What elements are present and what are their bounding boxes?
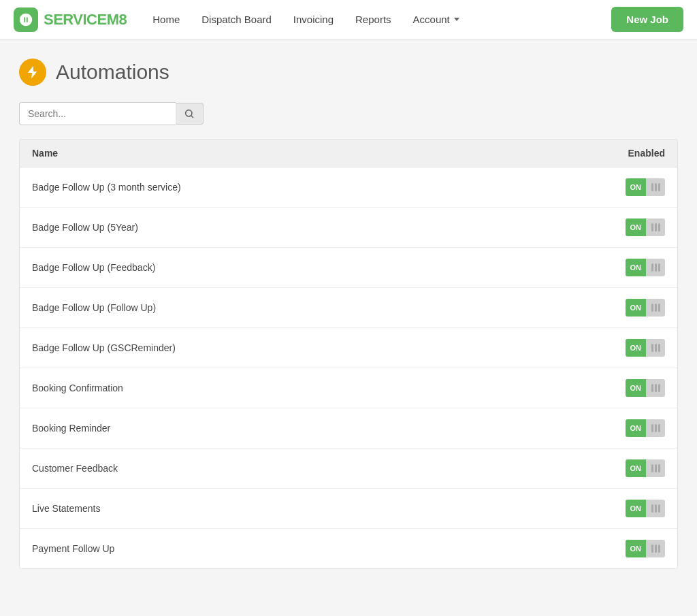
toggle-wrapper-5[interactable]: ON: [626, 379, 666, 397]
toggle-grip-2-2: [655, 263, 657, 272]
nav-reports[interactable]: Reports: [346, 8, 401, 31]
logo-text: SERVICEM8: [44, 11, 127, 29]
table-rows-container: Badge Follow Up (3 month service) ON Bad…: [20, 167, 677, 568]
toggle-grip-2-9: [655, 545, 657, 553]
toggle-wrapper-9[interactable]: ON: [626, 540, 666, 557]
table-row[interactable]: Booking Confirmation ON: [20, 368, 677, 408]
toggle-handle-8[interactable]: [646, 500, 665, 517]
svg-point-0: [186, 110, 192, 116]
toggle-grip-2-0: [655, 183, 657, 191]
toggle-handle-0[interactable]: [646, 178, 665, 196]
toggle-wrapper-2[interactable]: ON: [626, 259, 666, 276]
col-name-header: Name: [32, 148, 597, 159]
toggle-on-label-6: ON: [626, 419, 647, 437]
col-enabled-header: Enabled: [597, 148, 665, 159]
row-name-6: Booking Reminder: [32, 423, 597, 434]
row-toggle-0[interactable]: ON: [597, 178, 665, 196]
toggle-handle-5[interactable]: [646, 379, 665, 397]
chevron-down-icon: [454, 18, 459, 21]
toggle-grip-2-3: [655, 304, 657, 312]
table-row[interactable]: Customer Feedback ON: [20, 449, 677, 489]
table-row[interactable]: Payment Follow Up ON: [20, 529, 677, 568]
toggle-grip-2-1: [655, 223, 657, 231]
page-title: Automations: [56, 61, 169, 84]
table-row[interactable]: Booking Reminder ON: [20, 408, 677, 449]
toggle-wrapper-8[interactable]: ON: [626, 500, 666, 517]
toggle-grip-1-1: [651, 223, 653, 231]
toggle-on-label-8: ON: [626, 500, 647, 517]
toggle-wrapper-7[interactable]: ON: [626, 459, 666, 477]
toggle-on-label-7: ON: [626, 459, 647, 477]
toggle-handle-7[interactable]: [646, 459, 665, 477]
row-toggle-8[interactable]: ON: [597, 500, 665, 517]
automations-table: Name Enabled Badge Follow Up (3 month se…: [19, 139, 678, 569]
row-toggle-9[interactable]: ON: [597, 540, 665, 557]
toggle-handle-6[interactable]: [646, 419, 665, 437]
nav-dispatch-board[interactable]: Dispatch Board: [192, 8, 281, 31]
row-toggle-1[interactable]: ON: [597, 218, 665, 236]
row-toggle-5[interactable]: ON: [597, 379, 665, 397]
row-name-5: Booking Confirmation: [32, 383, 597, 393]
toggle-wrapper-1[interactable]: ON: [626, 218, 666, 236]
row-toggle-6[interactable]: ON: [597, 419, 665, 437]
toggle-on-label-4: ON: [626, 339, 647, 357]
toggle-grip-1-5: [651, 384, 653, 392]
toggle-grip-1-2: [651, 263, 653, 272]
search-button[interactable]: [176, 103, 204, 125]
toggle-grip-3-1: [658, 223, 660, 231]
table-row[interactable]: Badge Follow Up (5Year) ON: [20, 208, 677, 248]
row-name-8: Live Statements: [32, 503, 597, 514]
toggle-grip-3-9: [658, 545, 660, 553]
toggle-grip-3-6: [658, 424, 660, 432]
logo-svg: [18, 12, 33, 27]
nav-account[interactable]: Account: [404, 8, 469, 31]
row-name-3: Badge Follow Up (Follow Up): [32, 302, 597, 313]
row-toggle-3[interactable]: ON: [597, 299, 665, 317]
toggle-handle-3[interactable]: [646, 299, 665, 317]
table-row[interactable]: Badge Follow Up (Feedback) ON: [20, 248, 677, 288]
table-row[interactable]: Badge Follow Up (Follow Up) ON: [20, 288, 677, 328]
row-name-0: Badge Follow Up (3 month service): [32, 182, 597, 193]
page-content: Automations Name Enabled Badge Follow Up…: [0, 39, 697, 588]
new-job-button[interactable]: New Job: [611, 7, 683, 32]
row-name-2: Badge Follow Up (Feedback): [32, 262, 597, 273]
toggle-grip-2-5: [655, 384, 657, 392]
toggle-grip-1-3: [651, 304, 653, 312]
toggle-on-label-3: ON: [626, 299, 647, 317]
toggle-grip-1-7: [651, 464, 653, 472]
toggle-grip-1-8: [651, 504, 653, 513]
toggle-grip-1-4: [651, 344, 653, 352]
row-name-1: Badge Follow Up (5Year): [32, 222, 597, 233]
toggle-wrapper-4[interactable]: ON: [626, 339, 666, 357]
search-row: [19, 102, 678, 125]
toggle-wrapper-0[interactable]: ON: [626, 178, 666, 196]
row-name-9: Payment Follow Up: [32, 543, 597, 554]
toggle-wrapper-6[interactable]: ON: [626, 419, 666, 437]
table-header: Name Enabled: [20, 140, 677, 167]
nav-invoicing[interactable]: Invoicing: [284, 8, 343, 31]
row-toggle-4[interactable]: ON: [597, 339, 665, 357]
logo[interactable]: SERVICEM8: [14, 7, 127, 32]
table-row[interactable]: Live Statements ON: [20, 489, 677, 529]
toggle-grip-2-8: [655, 504, 657, 513]
toggle-wrapper-3[interactable]: ON: [626, 299, 666, 317]
logo-accent: M8: [107, 11, 127, 28]
toggle-handle-2[interactable]: [646, 259, 665, 276]
toggle-handle-4[interactable]: [646, 339, 665, 357]
automations-icon: [19, 59, 46, 86]
row-name-4: Badge Follow Up (GSCReminder): [32, 342, 597, 353]
logo-icon: [14, 7, 38, 32]
toggle-on-label-1: ON: [626, 218, 647, 236]
toggle-handle-1[interactable]: [646, 218, 665, 236]
search-input[interactable]: [19, 102, 176, 125]
row-toggle-7[interactable]: ON: [597, 459, 665, 477]
row-toggle-2[interactable]: ON: [597, 259, 665, 276]
table-row[interactable]: Badge Follow Up (3 month service) ON: [20, 167, 677, 208]
table-row[interactable]: Badge Follow Up (GSCReminder) ON: [20, 328, 677, 368]
toggle-handle-9[interactable]: [646, 540, 665, 557]
lightning-icon: [25, 65, 40, 80]
navbar: SERVICEM8 Home Dispatch Board Invoicing …: [0, 0, 697, 39]
toggle-grip-3-2: [658, 263, 660, 272]
toggle-grip-3-8: [658, 504, 660, 513]
nav-home[interactable]: Home: [143, 8, 189, 31]
